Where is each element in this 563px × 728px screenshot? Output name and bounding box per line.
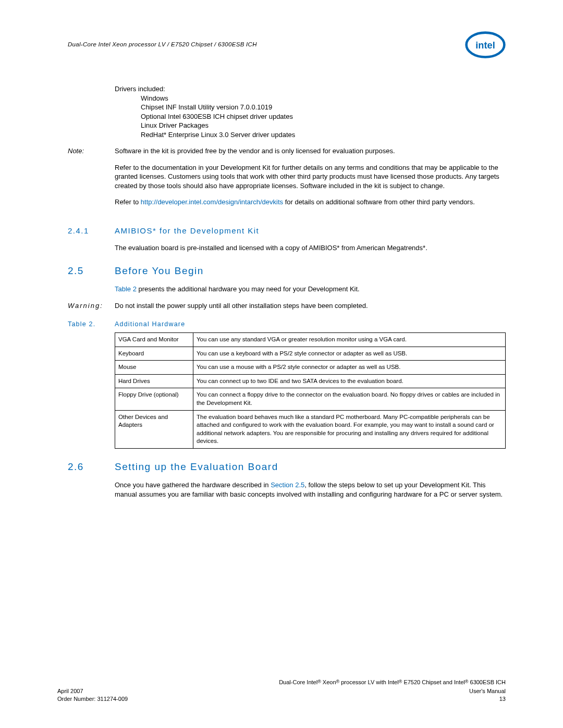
section-number: 2.5 — [68, 264, 115, 278]
section-heading: 2.6 Setting up the Evaluation Board — [68, 460, 506, 474]
intel-logo: intel — [465, 31, 506, 58]
table-cell: Floppy Drive (optional) — [115, 388, 193, 410]
subsection-heading: 2.4.1 AMIBIOS* for the Development Kit — [68, 226, 506, 236]
text: Refer to — [115, 198, 141, 206]
section-heading: 2.5 Before You Begin — [68, 264, 506, 278]
table-cell: You can use a mouse with a PS/2 style co… — [193, 361, 506, 375]
footer-order-number: Order Number: 311274-009 — [57, 695, 128, 703]
note-paragraph: Refer to the documentation in your Devel… — [115, 163, 506, 191]
table-row: VGA Card and MonitorYou can use any stan… — [115, 333, 506, 347]
warning-row: Warning: Do not install the power supply… — [68, 301, 506, 311]
driver-item: RedHat* Enterprise Linux 3.0 Server driv… — [141, 130, 506, 140]
note-paragraph: Software in the kit is provided free by … — [115, 146, 506, 156]
svg-text:intel: intel — [475, 40, 495, 51]
footer-manual: User's Manual — [469, 687, 506, 695]
footer-date: April 2007 — [57, 687, 83, 695]
section-number: 2.4.1 — [68, 226, 115, 236]
page-number: 13 — [499, 695, 506, 703]
table-cell: Other Devices and Adapters — [115, 410, 193, 448]
table-caption-title: Additional Hardware — [115, 320, 185, 329]
body-paragraph: The evaluation board is pre-installed an… — [115, 243, 506, 253]
table-cell: You can connect a floppy drive to the co… — [193, 388, 506, 410]
table-row: KeyboardYou can use a keyboard with a PS… — [115, 347, 506, 361]
section-title: AMIBIOS* for the Development Kit — [115, 226, 259, 236]
text: Once you have gathered the hardware desc… — [115, 481, 271, 489]
table-row: Hard DrivesYou can connect up to two IDE… — [115, 374, 506, 388]
table-wrapper: VGA Card and MonitorYou can use any stan… — [115, 332, 506, 448]
table-cell: Hard Drives — [115, 374, 193, 388]
body-paragraph: Once you have gathered the hardware desc… — [115, 480, 506, 499]
table-caption: Table 2. Additional Hardware — [68, 320, 506, 329]
driver-item: Linux Driver Packages — [141, 121, 506, 130]
driver-item: Windows — [141, 94, 506, 103]
note-row: Note: Software in the kit is provided fr… — [68, 146, 506, 214]
note-paragraph: Refer to http://developer.intel.com/desi… — [115, 198, 506, 207]
section-title: Setting up the Evaluation Board — [115, 460, 278, 474]
table-cell: Keyboard — [115, 347, 193, 361]
note-label: Note: — [68, 146, 115, 214]
table-cell: The evaluation board behaves much like a… — [193, 410, 506, 448]
table-cell: You can use any standard VGA or greater … — [193, 333, 506, 347]
table-row: MouseYou can use a mouse with a PS/2 sty… — [115, 361, 506, 375]
table-cell: Mouse — [115, 361, 193, 375]
warning-body: Do not install the power supply until al… — [115, 301, 506, 311]
breadcrumb: Dual-Core Intel Xeon processor LV / E752… — [68, 41, 257, 49]
text: for details on additional software from … — [283, 198, 475, 206]
table-cell: VGA Card and Monitor — [115, 333, 193, 347]
driver-item: Optional Intel 6300ESB ICH chipset drive… — [141, 112, 506, 121]
body-paragraph: Table 2 presents the additional hardware… — [115, 285, 506, 294]
table-row: Other Devices and AdaptersThe evaluation… — [115, 410, 506, 448]
table-cell: You can use a keyboard with a PS/2 style… — [193, 347, 506, 361]
page-header: Dual-Core Intel Xeon processor LV / E752… — [68, 31, 506, 58]
page-footer: Dual-Core Intel® Xeon® processor LV with… — [57, 678, 506, 703]
table-row: Floppy Drive (optional)You can connect a… — [115, 388, 506, 410]
additional-hardware-table: VGA Card and MonitorYou can use any stan… — [115, 332, 506, 448]
table-cell: You can connect up to two IDE and two SA… — [193, 374, 506, 388]
drivers-intro: Drivers included: — [115, 84, 506, 94]
drivers-block: Drivers included: Windows Chipset INF In… — [115, 84, 506, 139]
table-ref-link[interactable]: Table 2 — [115, 285, 137, 293]
section-number: 2.6 — [68, 460, 115, 474]
section-ref-link[interactable]: Section 2.5 — [271, 481, 304, 489]
section-title: Before You Begin — [115, 264, 204, 278]
table-caption-label: Table 2. — [68, 320, 115, 329]
warning-label: Warning: — [68, 301, 115, 311]
footer-product-line: Dual-Core Intel® Xeon® processor LV with… — [57, 678, 506, 686]
text: presents the additional hardware you may… — [137, 285, 360, 293]
driver-item: Chipset INF Install Utility version 7.0.… — [141, 103, 506, 112]
external-link[interactable]: http://developer.intel.com/design/intarc… — [141, 198, 283, 206]
